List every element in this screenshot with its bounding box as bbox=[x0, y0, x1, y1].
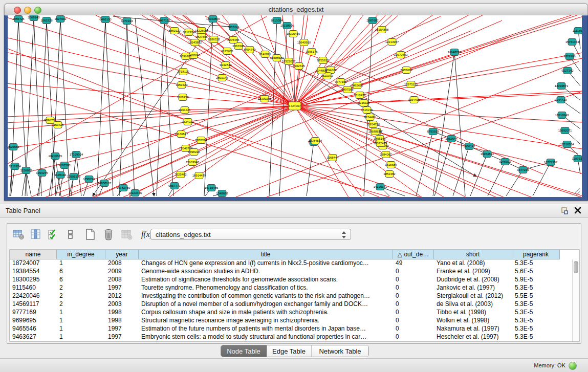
graph-node[interactable]: 18325419 bbox=[287, 31, 300, 37]
table-cell[interactable]: 1998 bbox=[105, 317, 139, 325]
graph-node[interactable]: 1156863 bbox=[20, 167, 33, 174]
graph-node[interactable]: 1527602 bbox=[54, 16, 67, 23]
table-cell[interactable]: 0 bbox=[393, 292, 434, 300]
graph-node[interactable]: 1159426 bbox=[52, 122, 64, 128]
table-cell[interactable]: 1 bbox=[57, 309, 105, 317]
graph-node[interactable]: 8454749 bbox=[244, 47, 256, 53]
close-panel-icon[interactable] bbox=[574, 206, 582, 214]
table-cell[interactable]: 0 bbox=[393, 333, 434, 341]
table-cell[interactable]: Embryonic stem cells: a model to study s… bbox=[139, 333, 393, 341]
graph-node[interactable]: 1394275 bbox=[36, 170, 48, 177]
column-header-out_de[interactable]: △ out_de… bbox=[393, 250, 434, 259]
graph-node[interactable]: 1154409 bbox=[408, 97, 421, 103]
row-options-icon[interactable] bbox=[63, 227, 78, 242]
graph-node[interactable]: 15692071 bbox=[558, 127, 572, 134]
graph-node[interactable]: 1952644 bbox=[445, 136, 458, 142]
table-cell[interactable]: 2008 bbox=[105, 259, 139, 268]
graph-node[interactable]: 8275466 bbox=[227, 37, 239, 43]
table-cell[interactable]: Tourette syndrome. Phenomenology and cla… bbox=[139, 284, 393, 292]
table-cell[interactable]: 5.3E-5 bbox=[512, 309, 560, 317]
table-cell[interactable]: 18724007 bbox=[10, 259, 57, 268]
graph-node[interactable]: 9175685 bbox=[221, 48, 233, 55]
graph-node[interactable]: 2087682 bbox=[366, 17, 379, 24]
graph-node[interactable]: 16914479 bbox=[192, 172, 206, 179]
graph-node[interactable]: 2055726 bbox=[12, 16, 25, 23]
graph-node[interactable]: 1107534 bbox=[572, 156, 582, 162]
table-cell[interactable]: 2009 bbox=[105, 268, 139, 276]
table-cell[interactable]: 5.9E-5 bbox=[512, 276, 560, 284]
tab-network-table[interactable]: Network Table bbox=[311, 345, 368, 357]
table-cell[interactable]: 14569117 bbox=[10, 300, 57, 309]
graph-node[interactable]: 9227342 bbox=[561, 68, 574, 74]
graph-node[interactable]: 19716485 bbox=[205, 185, 219, 191]
graph-node[interactable]: 1696176 bbox=[306, 49, 318, 55]
graph-node[interactable]: 9242844 bbox=[220, 62, 232, 69]
table-cell[interactable]: Stergiakouli et al. (2012) bbox=[434, 292, 512, 300]
graph-node[interactable]: 16772352 bbox=[544, 159, 558, 166]
table-cell[interactable]: 1 bbox=[57, 333, 105, 341]
graph-node[interactable]: 9498222 bbox=[188, 149, 200, 156]
graph-node[interactable]: 12093871 bbox=[555, 83, 569, 90]
column-header-name[interactable]: name bbox=[10, 250, 57, 259]
show-columns-icon[interactable] bbox=[29, 227, 43, 242]
table-cell[interactable]: 1997 bbox=[105, 325, 139, 333]
graph-node[interactable]: 1568444 bbox=[326, 155, 339, 161]
graph-node[interactable]: 18210643 bbox=[555, 112, 569, 119]
graph-node[interactable]: 9297588 bbox=[58, 162, 71, 169]
table-row[interactable]: 911546021997Tourette syndrome. Phenomeno… bbox=[10, 284, 573, 292]
table-row[interactable]: 2242004622012Investigating the contribut… bbox=[10, 292, 573, 300]
tab-edge-table[interactable]: Edge Table bbox=[266, 345, 311, 357]
graph-node[interactable]: 1086147 bbox=[463, 143, 475, 150]
table-row[interactable]: 1830029562008Estimation of significance … bbox=[10, 276, 573, 284]
table-cell[interactable]: 49 bbox=[393, 259, 434, 268]
table-cell[interactable]: 9699695 bbox=[10, 317, 57, 325]
table-row[interactable]: 977716911998Corpus callosum shape and si… bbox=[10, 309, 573, 317]
graph-node[interactable]: 9329966 bbox=[563, 53, 576, 60]
graph-node[interactable]: 2367608 bbox=[232, 43, 245, 50]
column-header-short[interactable]: short bbox=[434, 250, 512, 259]
table-cell[interactable]: 1997 bbox=[105, 333, 139, 341]
table-cell[interactable]: 6 bbox=[57, 268, 105, 276]
table-cell[interactable]: 5.5E-5 bbox=[512, 292, 560, 300]
graph-node[interactable]: 7625402 bbox=[175, 171, 187, 178]
graph-node[interactable]: 19166827 bbox=[175, 131, 188, 138]
table-cell[interactable]: Hescheler et al. (1997) bbox=[434, 333, 512, 341]
graph-node[interactable]: 19218906 bbox=[280, 23, 294, 29]
graph-node[interactable]: 7462616 bbox=[351, 82, 363, 89]
table-cell[interactable]: 2 bbox=[57, 292, 105, 300]
graph-node[interactable]: 8186328 bbox=[208, 36, 220, 43]
table-cell[interactable]: 9463627 bbox=[10, 333, 57, 341]
table-cell[interactable]: 2003 bbox=[105, 300, 139, 309]
table-cell[interactable]: 18300295 bbox=[10, 276, 57, 284]
table-cell[interactable]: 0 bbox=[393, 317, 434, 325]
graph-node[interactable]: 1111896 bbox=[573, 28, 582, 34]
table-row[interactable]: 946554611997Estimation of the future num… bbox=[10, 325, 573, 333]
table-cell[interactable]: 5.3E-5 bbox=[512, 333, 560, 341]
graph-node[interactable]: 1159420 bbox=[176, 82, 188, 89]
table-cell[interactable]: 0 bbox=[393, 276, 434, 284]
create-table-icon[interactable] bbox=[83, 227, 97, 242]
column-header-pagerank[interactable]: pagerank bbox=[512, 250, 560, 259]
graph-node[interactable]: 2069140 bbox=[28, 15, 40, 21]
graph-node[interactable]: 2718120 bbox=[177, 69, 189, 75]
graph-node[interactable]: 1795722 bbox=[83, 176, 95, 183]
table-cell[interactable]: 1997 bbox=[105, 284, 139, 292]
network-window-titlebar[interactable]: citations_edges.txt bbox=[4, 3, 588, 16]
tab-node-table[interactable]: Node Table bbox=[221, 345, 266, 357]
table-cell[interactable]: de Silva et al. (2003) bbox=[434, 300, 512, 309]
table-cell[interactable]: 6 bbox=[57, 276, 105, 284]
graph-node[interactable]: 15640910 bbox=[297, 39, 311, 46]
table-cell[interactable]: 0 bbox=[393, 284, 434, 292]
graph-node[interactable]: 1071913 bbox=[121, 18, 133, 25]
table-cell[interactable]: Tibbo et al. (1998) bbox=[434, 309, 512, 317]
table-row[interactable]: 1872400712008Changes of HCN gene express… bbox=[10, 259, 573, 268]
graph-node[interactable]: 12213967 bbox=[385, 39, 399, 46]
table-cell[interactable]: 5.3E-5 bbox=[512, 284, 560, 292]
float-panel-icon[interactable] bbox=[560, 207, 569, 215]
table-cell[interactable]: Wolkin et al. (1998) bbox=[434, 317, 512, 325]
table-cell[interactable]: Structural magnetic resonance image aver… bbox=[139, 317, 393, 325]
table-cell[interactable]: 1 bbox=[57, 317, 105, 325]
select-columns-icon[interactable] bbox=[46, 227, 60, 242]
network-canvas[interactable]: 2055726206914010653281527602646610010719… bbox=[8, 15, 582, 197]
table-scrollbar[interactable] bbox=[572, 259, 579, 341]
